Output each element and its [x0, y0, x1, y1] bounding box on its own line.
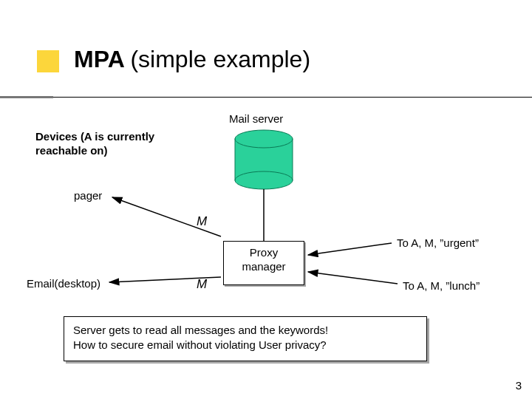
- mail-server-label: Mail server: [229, 112, 283, 125]
- pager-label: pager: [74, 189, 102, 202]
- title-underline-long: [53, 97, 532, 98]
- m-label-2: M: [197, 277, 207, 292]
- devices-line2: reachable on): [35, 144, 108, 157]
- title-main: MPA: [74, 46, 124, 72]
- proxy-manager-box: Proxy manager: [223, 241, 304, 285]
- proxy-line1: Proxy: [250, 246, 278, 259]
- proxy-line2: manager: [242, 260, 285, 273]
- svg-point-1: [235, 130, 293, 148]
- arrow-urgent-to-proxy: [308, 243, 392, 255]
- email-desktop-label: Email(desktop): [27, 277, 100, 290]
- to-lunch-label: To A, M, ”lunch”: [403, 279, 480, 292]
- slide-number: 3: [516, 379, 522, 392]
- title-sub: (simple example): [130, 46, 310, 72]
- svg-rect-0: [235, 139, 293, 180]
- title-underline-short: [0, 96, 53, 98]
- devices-line1: Devices (A is currently: [35, 130, 154, 143]
- slide-title: MPA (simple example): [74, 46, 310, 73]
- m-label-1: M: [197, 214, 207, 229]
- callout-line1: Server gets to read all messages and the…: [73, 324, 328, 336]
- warning-callout: Server gets to read all messages and the…: [64, 316, 427, 361]
- mail-server-cylinder-icon: [235, 130, 293, 189]
- to-urgent-label: To A, M, ”urgent”: [397, 236, 479, 249]
- title-accent-square: [37, 50, 59, 72]
- callout-line2: How to secure email without violating Us…: [73, 338, 327, 351]
- arrow-lunch-to-proxy: [308, 272, 398, 284]
- devices-label: Devices (A is currently reachable on): [35, 130, 154, 158]
- svg-point-2: [235, 171, 293, 189]
